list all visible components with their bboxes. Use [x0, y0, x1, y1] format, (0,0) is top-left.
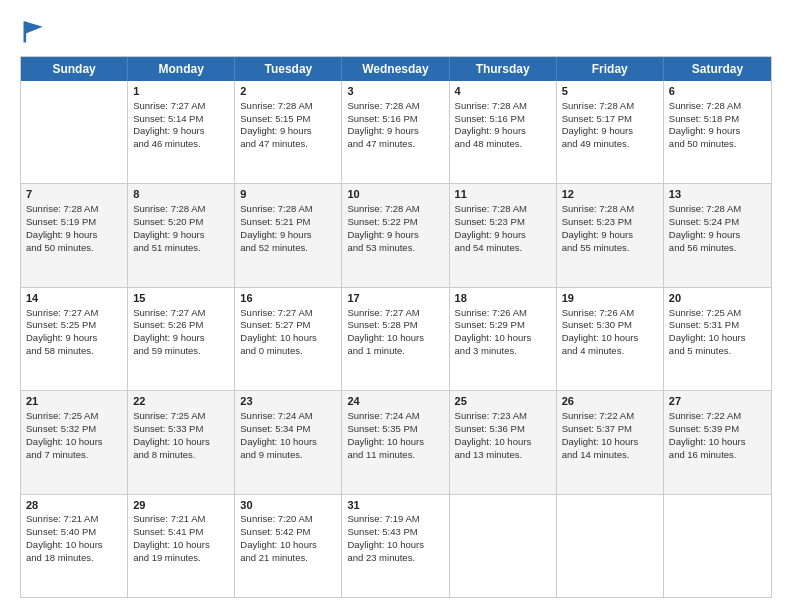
day-cell-24: 24Sunrise: 7:24 AM Sunset: 5:35 PM Dayli… [342, 391, 449, 493]
header [20, 18, 772, 46]
day-info: Sunrise: 7:27 AM Sunset: 5:26 PM Dayligh… [133, 307, 229, 358]
day-cell-7: 7Sunrise: 7:28 AM Sunset: 5:19 PM Daylig… [21, 184, 128, 286]
week-row-1: 1Sunrise: 7:27 AM Sunset: 5:14 PM Daylig… [21, 81, 771, 184]
day-cell-1: 1Sunrise: 7:27 AM Sunset: 5:14 PM Daylig… [128, 81, 235, 183]
week-row-2: 7Sunrise: 7:28 AM Sunset: 5:19 PM Daylig… [21, 184, 771, 287]
header-day-saturday: Saturday [664, 57, 771, 81]
week-row-5: 28Sunrise: 7:21 AM Sunset: 5:40 PM Dayli… [21, 495, 771, 597]
day-info: Sunrise: 7:28 AM Sunset: 5:23 PM Dayligh… [562, 203, 658, 254]
day-number: 2 [240, 84, 336, 99]
day-number: 24 [347, 394, 443, 409]
day-cell-6: 6Sunrise: 7:28 AM Sunset: 5:18 PM Daylig… [664, 81, 771, 183]
day-info: Sunrise: 7:25 AM Sunset: 5:31 PM Dayligh… [669, 307, 766, 358]
day-number: 29 [133, 498, 229, 513]
day-info: Sunrise: 7:25 AM Sunset: 5:33 PM Dayligh… [133, 410, 229, 461]
day-cell-18: 18Sunrise: 7:26 AM Sunset: 5:29 PM Dayli… [450, 288, 557, 390]
day-number: 8 [133, 187, 229, 202]
day-cell-10: 10Sunrise: 7:28 AM Sunset: 5:22 PM Dayli… [342, 184, 449, 286]
day-cell-14: 14Sunrise: 7:27 AM Sunset: 5:25 PM Dayli… [21, 288, 128, 390]
day-cell-31: 31Sunrise: 7:19 AM Sunset: 5:43 PM Dayli… [342, 495, 449, 597]
day-info: Sunrise: 7:27 AM Sunset: 5:25 PM Dayligh… [26, 307, 122, 358]
page: SundayMondayTuesdayWednesdayThursdayFrid… [0, 0, 792, 612]
day-number: 10 [347, 187, 443, 202]
day-info: Sunrise: 7:21 AM Sunset: 5:41 PM Dayligh… [133, 513, 229, 564]
day-number: 17 [347, 291, 443, 306]
day-info: Sunrise: 7:28 AM Sunset: 5:17 PM Dayligh… [562, 100, 658, 151]
day-number: 3 [347, 84, 443, 99]
calendar-body: 1Sunrise: 7:27 AM Sunset: 5:14 PM Daylig… [21, 81, 771, 597]
header-day-sunday: Sunday [21, 57, 128, 81]
day-cell-15: 15Sunrise: 7:27 AM Sunset: 5:26 PM Dayli… [128, 288, 235, 390]
day-number: 30 [240, 498, 336, 513]
day-cell-5: 5Sunrise: 7:28 AM Sunset: 5:17 PM Daylig… [557, 81, 664, 183]
day-info: Sunrise: 7:28 AM Sunset: 5:19 PM Dayligh… [26, 203, 122, 254]
day-cell-2: 2Sunrise: 7:28 AM Sunset: 5:15 PM Daylig… [235, 81, 342, 183]
day-number: 1 [133, 84, 229, 99]
day-cell-empty-0-0 [21, 81, 128, 183]
day-info: Sunrise: 7:20 AM Sunset: 5:42 PM Dayligh… [240, 513, 336, 564]
day-info: Sunrise: 7:25 AM Sunset: 5:32 PM Dayligh… [26, 410, 122, 461]
day-cell-11: 11Sunrise: 7:28 AM Sunset: 5:23 PM Dayli… [450, 184, 557, 286]
day-cell-17: 17Sunrise: 7:27 AM Sunset: 5:28 PM Dayli… [342, 288, 449, 390]
day-number: 31 [347, 498, 443, 513]
day-number: 6 [669, 84, 766, 99]
day-number: 16 [240, 291, 336, 306]
day-cell-empty-4-5 [557, 495, 664, 597]
logo [20, 18, 52, 46]
svg-rect-2 [24, 22, 27, 43]
day-number: 28 [26, 498, 122, 513]
day-number: 22 [133, 394, 229, 409]
day-info: Sunrise: 7:27 AM Sunset: 5:14 PM Dayligh… [133, 100, 229, 151]
day-number: 9 [240, 187, 336, 202]
header-day-tuesday: Tuesday [235, 57, 342, 81]
day-info: Sunrise: 7:27 AM Sunset: 5:27 PM Dayligh… [240, 307, 336, 358]
day-number: 19 [562, 291, 658, 306]
day-cell-3: 3Sunrise: 7:28 AM Sunset: 5:16 PM Daylig… [342, 81, 449, 183]
day-number: 4 [455, 84, 551, 99]
day-cell-4: 4Sunrise: 7:28 AM Sunset: 5:16 PM Daylig… [450, 81, 557, 183]
day-cell-20: 20Sunrise: 7:25 AM Sunset: 5:31 PM Dayli… [664, 288, 771, 390]
day-number: 21 [26, 394, 122, 409]
day-info: Sunrise: 7:26 AM Sunset: 5:30 PM Dayligh… [562, 307, 658, 358]
day-number: 11 [455, 187, 551, 202]
day-cell-9: 9Sunrise: 7:28 AM Sunset: 5:21 PM Daylig… [235, 184, 342, 286]
day-number: 12 [562, 187, 658, 202]
day-cell-23: 23Sunrise: 7:24 AM Sunset: 5:34 PM Dayli… [235, 391, 342, 493]
week-row-3: 14Sunrise: 7:27 AM Sunset: 5:25 PM Dayli… [21, 288, 771, 391]
day-cell-29: 29Sunrise: 7:21 AM Sunset: 5:41 PM Dayli… [128, 495, 235, 597]
day-info: Sunrise: 7:21 AM Sunset: 5:40 PM Dayligh… [26, 513, 122, 564]
header-day-friday: Friday [557, 57, 664, 81]
day-cell-empty-4-6 [664, 495, 771, 597]
day-cell-12: 12Sunrise: 7:28 AM Sunset: 5:23 PM Dayli… [557, 184, 664, 286]
day-cell-22: 22Sunrise: 7:25 AM Sunset: 5:33 PM Dayli… [128, 391, 235, 493]
day-cell-13: 13Sunrise: 7:28 AM Sunset: 5:24 PM Dayli… [664, 184, 771, 286]
day-info: Sunrise: 7:28 AM Sunset: 5:16 PM Dayligh… [347, 100, 443, 151]
day-cell-30: 30Sunrise: 7:20 AM Sunset: 5:42 PM Dayli… [235, 495, 342, 597]
logo-icon [20, 18, 48, 46]
day-number: 25 [455, 394, 551, 409]
day-cell-empty-4-4 [450, 495, 557, 597]
day-number: 5 [562, 84, 658, 99]
day-number: 26 [562, 394, 658, 409]
week-row-4: 21Sunrise: 7:25 AM Sunset: 5:32 PM Dayli… [21, 391, 771, 494]
svg-marker-1 [25, 22, 43, 34]
day-info: Sunrise: 7:22 AM Sunset: 5:39 PM Dayligh… [669, 410, 766, 461]
day-number: 7 [26, 187, 122, 202]
day-number: 18 [455, 291, 551, 306]
day-cell-21: 21Sunrise: 7:25 AM Sunset: 5:32 PM Dayli… [21, 391, 128, 493]
day-info: Sunrise: 7:28 AM Sunset: 5:16 PM Dayligh… [455, 100, 551, 151]
day-info: Sunrise: 7:26 AM Sunset: 5:29 PM Dayligh… [455, 307, 551, 358]
day-info: Sunrise: 7:28 AM Sunset: 5:20 PM Dayligh… [133, 203, 229, 254]
day-info: Sunrise: 7:24 AM Sunset: 5:35 PM Dayligh… [347, 410, 443, 461]
header-day-thursday: Thursday [450, 57, 557, 81]
day-info: Sunrise: 7:22 AM Sunset: 5:37 PM Dayligh… [562, 410, 658, 461]
day-number: 13 [669, 187, 766, 202]
day-info: Sunrise: 7:23 AM Sunset: 5:36 PM Dayligh… [455, 410, 551, 461]
day-info: Sunrise: 7:28 AM Sunset: 5:24 PM Dayligh… [669, 203, 766, 254]
day-info: Sunrise: 7:28 AM Sunset: 5:18 PM Dayligh… [669, 100, 766, 151]
day-number: 15 [133, 291, 229, 306]
day-info: Sunrise: 7:28 AM Sunset: 5:15 PM Dayligh… [240, 100, 336, 151]
calendar: SundayMondayTuesdayWednesdayThursdayFrid… [20, 56, 772, 598]
day-info: Sunrise: 7:24 AM Sunset: 5:34 PM Dayligh… [240, 410, 336, 461]
calendar-header: SundayMondayTuesdayWednesdayThursdayFrid… [21, 57, 771, 81]
